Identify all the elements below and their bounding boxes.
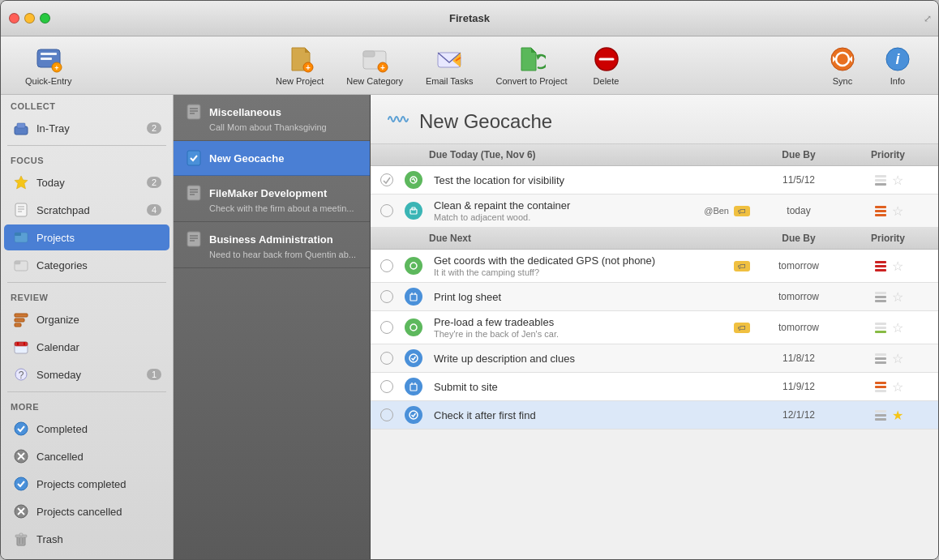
priority-icon: [873, 289, 889, 305]
new-project-button[interactable]: + New Project: [268, 40, 332, 91]
project-item-business[interactable]: Business Administration Need to hear bac…: [174, 222, 370, 268]
star-icon[interactable]: ☆: [892, 259, 903, 274]
task-row: Test the location for visibility 11/5/12…: [371, 166, 938, 195]
sidebar-item-someday[interactable]: ? Someday 1: [4, 361, 169, 387]
priority-header-2: Priority: [847, 233, 928, 244]
sync-button[interactable]: Sync: [818, 40, 867, 91]
star-icon[interactable]: ☆: [892, 289, 903, 305]
project-item-miscellaneous[interactable]: Miscellaneous Call Mom about Thanksgivin…: [174, 95, 370, 141]
task-name: Pre-load a few tradeables: [434, 316, 734, 328]
projects-panel: Miscellaneous Call Mom about Thanksgivin…: [174, 95, 371, 559]
close-button[interactable]: [9, 13, 19, 24]
task-radio[interactable]: [380, 321, 393, 334]
svg-point-46: [15, 422, 28, 435]
star-icon[interactable]: ☆: [892, 379, 903, 395]
task-radio[interactable]: [380, 173, 393, 186]
task-due: today: [750, 205, 847, 216]
priority-icon: [873, 172, 889, 188]
priority-icon: [873, 319, 889, 336]
svg-text:+: +: [306, 63, 311, 72]
priority-icon: [873, 203, 889, 219]
sidebar: COLLECT In-Tray 2 FOCUS: [1, 95, 174, 559]
new-category-button[interactable]: + New Category: [338, 40, 411, 91]
star-icon[interactable]: ☆: [892, 351, 903, 366]
sidebar-item-completed[interactable]: Completed: [4, 416, 169, 442]
task-due: 11/5/12: [750, 174, 847, 186]
task-radio[interactable]: [380, 380, 393, 393]
task-type-icon: [405, 406, 422, 424]
svg-rect-29: [15, 203, 27, 216]
convert-to-project-icon: [517, 45, 546, 74]
misc-project-sub: Call Mom about Thanksgiving: [209, 122, 358, 132]
sidebar-item-in-tray[interactable]: In-Tray 2: [4, 115, 169, 141]
delete-button[interactable]: Delete: [582, 40, 631, 91]
sync-label: Sync: [833, 76, 852, 86]
info-button[interactable]: i Info: [873, 40, 922, 91]
maximize-button[interactable]: [40, 13, 50, 24]
star-icon[interactable]: ☆: [892, 173, 903, 188]
convert-to-project-button[interactable]: Convert to Project: [487, 40, 575, 91]
completed-icon: [12, 420, 30, 438]
content-header: New Geocache: [371, 95, 938, 144]
sidebar-item-projects-completed[interactable]: Projects completed: [4, 471, 169, 497]
star-icon-filled[interactable]: ★: [892, 408, 903, 423]
sidebar-item-projects-cancelled[interactable]: Projects cancelled: [4, 498, 169, 524]
content-area: New Geocache Due Today (Tue, Nov 6) Due …: [371, 95, 938, 559]
new-category-label: New Category: [346, 76, 403, 86]
task-radio[interactable]: [380, 290, 393, 303]
star-icon[interactable]: ☆: [892, 203, 903, 219]
sidebar-item-scratchpad[interactable]: Scratchpad 4: [4, 197, 169, 223]
sidebar-item-categories[interactable]: Categories: [4, 252, 169, 278]
task-note: It it with the camping stuff?: [434, 267, 734, 277]
divider-2: [7, 282, 166, 283]
task-info: Get coords with the dedicated GPS (not p…: [429, 254, 734, 277]
due-by-header-2: Due By: [750, 233, 847, 244]
project-item-geocache[interactable]: New Geocache: [174, 141, 370, 176]
scratchpad-badge: 4: [147, 204, 161, 216]
sidebar-item-trash[interactable]: Trash: [4, 526, 169, 552]
content-title: New Geocache: [419, 110, 552, 133]
priority-icon: [873, 350, 889, 366]
task-tag: 🏷: [734, 261, 750, 271]
priority-header-1: Priority: [847, 149, 928, 160]
review-header: REVIEW: [1, 286, 173, 306]
task-due: 11/8/12: [750, 353, 847, 364]
sidebar-item-projects[interactable]: Projects: [4, 224, 169, 250]
info-icon: i: [883, 45, 912, 74]
svg-point-81: [410, 324, 417, 331]
task-name: Submit to site: [434, 381, 750, 393]
task-name: Clean & repaint the container: [434, 199, 704, 212]
sidebar-item-calendar[interactable]: Calendar: [4, 334, 169, 360]
cancelled-label: Cancelled: [36, 451, 161, 463]
minimize-button[interactable]: [24, 13, 35, 24]
task-tag: 🏷: [734, 206, 750, 216]
in-tray-icon: [12, 119, 30, 137]
task-priority: ☆: [847, 289, 928, 305]
quick-entry-button[interactable]: + Quick-Entry: [17, 40, 79, 91]
task-radio[interactable]: [380, 352, 393, 365]
svg-rect-38: [15, 318, 24, 322]
svg-marker-28: [15, 176, 28, 189]
task-due: tomorrow: [750, 291, 847, 302]
email-tasks-button[interactable]: Email Tasks: [418, 40, 481, 91]
scratchpad-label: Scratchpad: [36, 204, 140, 216]
in-tray-label: In-Tray: [36, 122, 140, 135]
task-row: Check it after first find 12/1/12 ★: [371, 401, 938, 430]
business-project-name: Business Administration: [209, 233, 333, 246]
task-radio[interactable]: [380, 408, 393, 421]
project-item-filemaker[interactable]: FileMaker Development Check with the fir…: [174, 176, 370, 222]
sidebar-item-cancelled[interactable]: Cancelled: [4, 443, 169, 469]
sidebar-item-today[interactable]: Today 2: [4, 169, 169, 195]
task-radio[interactable]: [380, 204, 393, 217]
new-project-label: New Project: [276, 76, 324, 86]
task-name: Check it after first find: [434, 409, 750, 421]
svg-rect-54: [17, 536, 25, 545]
star-icon[interactable]: ☆: [892, 320, 903, 336]
due-by-header-1: Due By: [750, 149, 847, 160]
projects-completed-label: Projects completed: [36, 478, 161, 490]
svg-rect-2: [41, 58, 52, 60]
task-radio[interactable]: [380, 259, 393, 272]
sidebar-item-organize[interactable]: Organize: [4, 306, 169, 332]
project-icon-filemaker: [185, 184, 203, 202]
titlebar-right: ⤢: [924, 13, 932, 24]
